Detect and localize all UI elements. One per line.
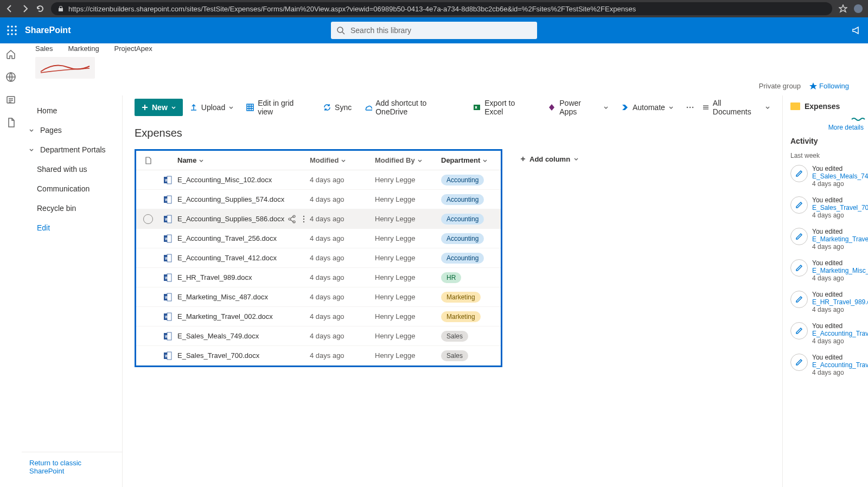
app-launcher-icon[interactable] xyxy=(7,25,17,36)
reload-button[interactable] xyxy=(36,4,44,13)
svg-point-7 xyxy=(7,33,9,35)
svg-point-1 xyxy=(7,25,9,28)
address-bar[interactable]: https://citizenbuilders.sharepoint.com/s… xyxy=(51,2,832,15)
suite-header: SharePoint Search this library xyxy=(0,17,868,43)
lock-icon xyxy=(58,5,64,12)
svg-point-3 xyxy=(15,25,17,28)
svg-point-2 xyxy=(11,25,13,28)
svg-point-9 xyxy=(15,33,17,35)
url-text: https://citizenbuilders.sharepoint.com/s… xyxy=(68,5,636,13)
product-name: SharePoint xyxy=(25,25,71,35)
svg-point-10 xyxy=(337,27,343,33)
megaphone-icon[interactable] xyxy=(852,25,861,35)
profile-avatar[interactable] xyxy=(854,4,863,13)
forward-button[interactable] xyxy=(21,4,29,13)
svg-point-8 xyxy=(11,33,13,35)
search-icon xyxy=(336,26,345,35)
svg-point-5 xyxy=(11,29,13,31)
search-placeholder: Search this library xyxy=(350,26,411,35)
svg-point-6 xyxy=(15,29,17,31)
search-input[interactable]: Search this library xyxy=(331,22,537,39)
svg-point-0 xyxy=(854,4,863,13)
browser-chrome: https://citizenbuilders.sharepoint.com/s… xyxy=(0,0,868,17)
back-button[interactable] xyxy=(5,4,14,13)
bookmark-star-icon[interactable] xyxy=(839,4,847,13)
svg-point-4 xyxy=(7,29,9,31)
